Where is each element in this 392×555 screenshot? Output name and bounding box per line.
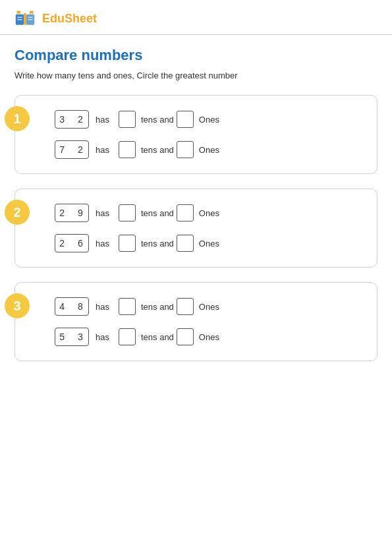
ones-label: Ones [199,302,219,312]
tens-answer-q2-r1[interactable] [119,204,136,221]
has-label: has [96,332,109,342]
number-display-q1-r1: 3 2 [55,110,89,129]
tens-and-label: tens and [141,115,174,125]
question-block-3: 34 8hastens andOnes5 3hastens andOnes [14,282,378,361]
question-block-1: 13 2hastens andOnes7 2hastens andOnes [14,95,378,174]
has-label: has [96,145,109,155]
ones-answer-q2-r2[interactable] [177,235,194,252]
number-display-q3-r2: 5 3 [55,328,89,346]
ones-label: Ones [199,239,219,248]
header: EduSheet [0,0,392,35]
question-number-2: 2 [5,200,30,225]
svg-marker-8 [30,11,33,14]
number-row-q2-r2: 2 6hastens andOnes [55,234,362,252]
tens-answer-q1-r1[interactable] [119,111,136,128]
number-row-q2-r1: 2 9hastens andOnes [55,204,362,222]
ones-answer-q2-r1[interactable] [177,204,194,221]
tens-and-label: tens and [141,302,174,312]
logo-icon [14,9,36,28]
number-display-q1-r2: 7 2 [55,140,89,159]
ones-label: Ones [199,145,219,155]
has-label: has [96,302,109,312]
number-display-q2-r2: 2 6 [55,234,89,252]
tens-and-label: tens and [141,208,174,218]
ones-answer-q3-r1[interactable] [177,298,194,315]
svg-rect-2 [24,13,26,25]
tens-answer-q1-r2[interactable] [119,141,136,158]
number-row-q1-r1: 3 2hastens andOnes [55,110,362,129]
tens-answer-q3-r1[interactable] [119,298,136,315]
has-label: has [96,208,109,218]
tens-answer-q3-r2[interactable] [119,328,136,345]
page-title: Compare numbers [14,47,378,64]
has-label: has [96,115,109,125]
svg-marker-7 [17,11,20,14]
question-number-3: 3 [5,293,30,318]
logo-text: EduSheet [42,12,97,26]
questions-container: 13 2hastens andOnes7 2hastens andOnes22 … [14,95,378,361]
ones-label: Ones [199,115,219,125]
number-row-q3-r1: 4 8hastens andOnes [55,297,362,316]
question-number-1: 1 [5,106,30,131]
ones-answer-q1-r1[interactable] [177,111,194,128]
tens-and-label: tens and [141,239,174,248]
number-row-q3-r2: 5 3hastens andOnes [55,328,362,346]
instructions: Write how many tens and ones, Circle the… [14,71,378,80]
has-label: has [96,239,109,248]
main-content: Compare numbers Write how many tens and … [0,35,392,389]
number-row-q1-r2: 7 2hastens andOnes [55,140,362,159]
ones-label: Ones [199,332,219,342]
tens-and-label: tens and [141,332,174,342]
number-display-q3-r1: 4 8 [55,297,89,316]
tens-answer-q2-r2[interactable] [119,235,136,252]
number-display-q2-r1: 2 9 [55,204,89,222]
ones-answer-q3-r2[interactable] [177,328,194,345]
question-block-2: 22 9hastens andOnes2 6hastens andOnes [14,189,378,268]
tens-and-label: tens and [141,145,174,155]
ones-answer-q1-r2[interactable] [177,141,194,158]
ones-label: Ones [199,208,219,218]
